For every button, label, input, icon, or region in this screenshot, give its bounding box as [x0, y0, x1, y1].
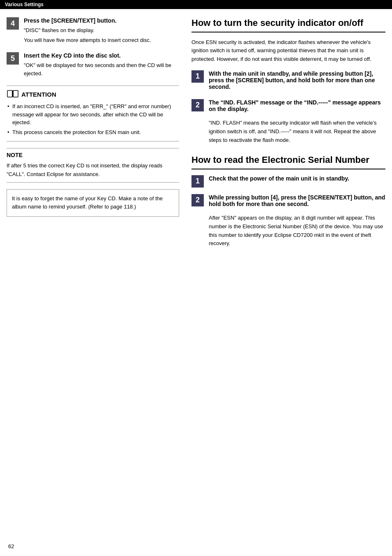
section2-step1-block: 1 Check that the power of the main unit … — [191, 175, 385, 188]
step-4-number: 4 — [7, 17, 19, 30]
step-5-desc1: "OK" will be displayed for two seconds a… — [24, 61, 179, 77]
page-number: 62 — [8, 543, 14, 549]
note-text: If after 5 tries the correct Key CD is n… — [7, 162, 179, 179]
section1-step2-number: 2 — [191, 99, 204, 111]
section2-heading: How to read the Electronic Serial Number — [191, 154, 385, 166]
attention-list: If an incorrect CD is inserted, an "ERR_… — [7, 102, 179, 136]
note-header: NOTE — [7, 152, 179, 158]
header-label: Various Settings — [5, 2, 44, 7]
section1-divider — [191, 32, 385, 32]
section1-step2-content: The “IND. FLASH” message or the “IND.---… — [209, 99, 385, 115]
section2-divider — [191, 169, 385, 169]
section1-step1-content: With the main unit in standby, and while… — [209, 70, 385, 93]
attention-icon — [7, 89, 19, 99]
section2-step1-text: Check that the power of the main unit is… — [209, 175, 385, 182]
attention-item-1: If an incorrect CD is inserted, an "ERR_… — [7, 102, 179, 127]
attention-item-2: This process cancels the protection for … — [7, 128, 179, 137]
left-column: 4 Press the [SCREEN/TEXT] button. "DISC"… — [7, 17, 179, 258]
section1-heading: How to turn the security indicator on/of… — [191, 17, 385, 29]
section2-step2-desc: After "ESN" appears on the display, an 8… — [191, 214, 385, 248]
section2-step1-number: 1 — [191, 175, 204, 188]
info-box: It is easy to forget the name of your Ke… — [7, 189, 179, 217]
section2-step2-number: 2 — [191, 194, 204, 206]
header-bar: Various Settings — [0, 0, 392, 9]
right-column: How to turn the security indicator on/of… — [191, 17, 385, 258]
step-4-content: Press the [SCREEN/TEXT] button. "DISC" f… — [24, 17, 179, 46]
content-area: 4 Press the [SCREEN/TEXT] button. "DISC"… — [0, 9, 392, 266]
step-5-number: 5 — [7, 52, 19, 65]
info-box-text: It is easy to forget the name of your Ke… — [12, 195, 163, 210]
section1-step2-block: 2 The “IND. FLASH” message or the “IND.-… — [191, 99, 385, 115]
page: Various Settings 4 Press the [SCREEN/TEX… — [0, 0, 392, 556]
section2-step2-content: While pressing button [4], press the [SC… — [209, 194, 385, 210]
section-security-indicator: How to turn the security indicator on/of… — [191, 17, 385, 144]
attention-header: ATTENTION — [7, 89, 179, 99]
note-block: NOTE If after 5 tries the correct Key CD… — [7, 148, 179, 183]
section-esn: How to read the Electronic Serial Number… — [191, 154, 385, 248]
step-5-block: 5 Insert the Key CD into the disc slot. … — [7, 52, 179, 79]
section2-step1-content: Check that the power of the main unit is… — [209, 175, 385, 184]
step-4-desc1: "DISC" flashes on the display. — [24, 26, 179, 35]
step-4-title: Press the [SCREEN/TEXT] button. — [24, 17, 179, 24]
section2-step2-title: While pressing button [4], press the [SC… — [209, 194, 385, 207]
svg-rect-0 — [7, 90, 12, 97]
attention-label: ATTENTION — [21, 91, 56, 98]
step-5-title: Insert the Key CD into the disc slot. — [24, 52, 179, 59]
section1-intro: Once ESN security is activated, the indi… — [191, 38, 385, 64]
section1-step1-block: 1 With the main unit in standby, and whi… — [191, 70, 385, 93]
step-4-block: 4 Press the [SCREEN/TEXT] button. "DISC"… — [7, 17, 179, 46]
svg-rect-1 — [13, 90, 18, 97]
step-4-desc2: You will have five more attempts to inse… — [24, 36, 179, 44]
attention-block: ATTENTION If an incorrect CD is inserted… — [7, 86, 179, 141]
section1-step2-title: The “IND. FLASH” message or the “IND.---… — [209, 99, 385, 112]
section1-step1-number: 1 — [191, 70, 204, 83]
section2-step2-block: 2 While pressing button [4], press the [… — [191, 194, 385, 210]
section1-step2-desc: "IND. FLASH" means the security indicato… — [191, 119, 385, 144]
step-5-content: Insert the Key CD into the disc slot. "O… — [24, 52, 179, 79]
section1-step1-text: With the main unit in standby, and while… — [209, 70, 385, 90]
